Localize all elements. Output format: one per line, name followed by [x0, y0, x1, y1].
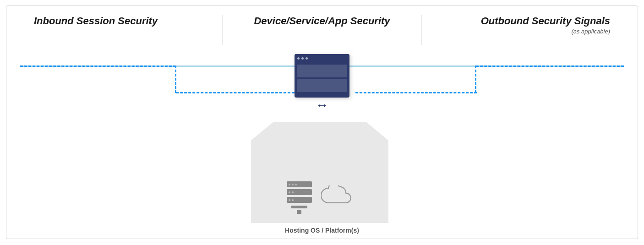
server-dot-6 [289, 199, 290, 201]
outbound-subtitle: (as applicable) [431, 28, 610, 35]
server-stack-icon [287, 181, 312, 214]
cloud-icon [321, 185, 353, 210]
server-dot-7 [292, 199, 294, 201]
dashed-right-v [475, 65, 476, 93]
browser-titlebar [295, 54, 349, 62]
server-row-1 [287, 181, 312, 187]
dashed-left-v [175, 65, 176, 93]
platform-label: Hosting OS / Platform(s) [251, 227, 393, 234]
browser-dot-2 [301, 57, 304, 60]
dashed-bottom-right [355, 92, 477, 93]
server-base [291, 206, 307, 208]
server-dot-1 [289, 184, 290, 185]
flow-area: ↔ [6, 56, 638, 130]
server-dot-3 [295, 184, 297, 185]
dashed-left-h [20, 65, 176, 67]
server-dot-4 [289, 191, 290, 193]
server-row-3 [287, 197, 312, 203]
platform-box: Hosting OS / Platform(s) [251, 122, 393, 234]
house-shape [251, 122, 388, 223]
server-stand [297, 210, 301, 214]
browser-content-area-1 [297, 65, 347, 77]
browser-window [295, 54, 349, 98]
diagram-container: Inbound Session Security Device/Service/… [6, 5, 638, 239]
browser-window-icon [295, 54, 349, 98]
bidirectional-arrow: ↔ [316, 99, 328, 112]
dashed-right-h [476, 65, 624, 67]
house-content [278, 181, 362, 214]
device-title: Device/Service/App Security [232, 15, 412, 27]
outbound-title: Outbound Security Signals [431, 15, 610, 27]
server-dot-5 [292, 191, 294, 193]
dashed-bottom-left [176, 92, 299, 93]
header-col-1: Inbound Session Security [20, 15, 223, 27]
inbound-title: Inbound Session Security [34, 15, 213, 27]
browser-dot-3 [306, 57, 308, 60]
header-col-3: Outbound Security Signals (as applicable… [421, 15, 624, 35]
header-row: Inbound Session Security Device/Service/… [6, 15, 638, 45]
cloud-svg [321, 185, 353, 208]
server-dot-2 [292, 184, 294, 185]
header-col-2: Device/Service/App Security [223, 15, 421, 27]
browser-dot-1 [297, 57, 300, 60]
browser-content-area-2 [297, 79, 347, 92]
server-row-2 [287, 189, 312, 195]
